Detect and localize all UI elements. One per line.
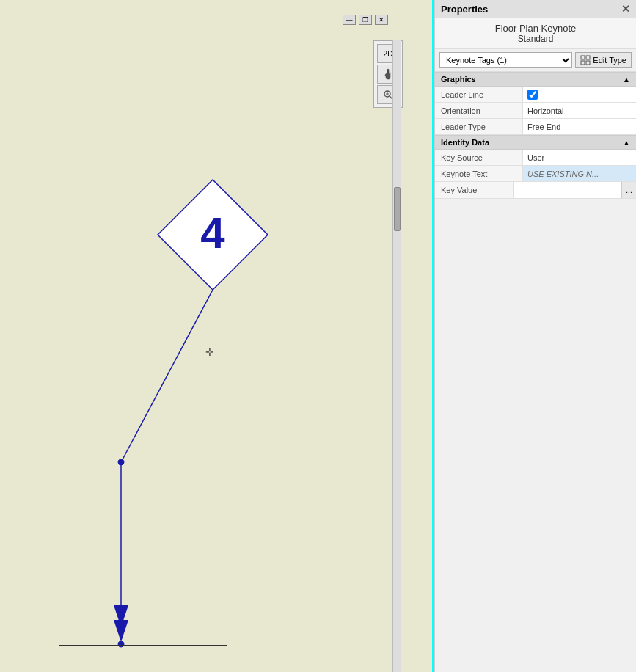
keynote-text-row: Keynote Text USE EXISTING N... [435, 166, 636, 182]
panel-titlebar: Properties ✕ [435, 0, 636, 18]
orientation-row: Orientation Horizontal [435, 103, 636, 119]
orientation-value: Horizontal [523, 103, 636, 118]
key-value-input[interactable] [514, 183, 621, 197]
key-source-row: Key Source User [435, 150, 636, 166]
leader-arrow2 [114, 620, 128, 642]
drawing-svg: 4 ✛ [0, 0, 425, 672]
leader-line-checkbox[interactable] [527, 90, 538, 100]
leader-line-row: Leader Line [435, 87, 636, 103]
leader-line-value [523, 87, 636, 102]
move-cursor: ✛ [205, 346, 214, 358]
leader-type-value: Free End [523, 119, 636, 134]
keynote-tags-dropdown[interactable]: Keynote Tags (1) [439, 52, 572, 68]
leader-type-label: Leader Type [435, 119, 523, 134]
identity-data-collapse-icon: ▲ [623, 139, 630, 147]
panel-type-row: Floor Plan Keynote Standard [435, 18, 636, 49]
identity-data-label: Identity Data [441, 138, 489, 147]
identity-data-section-header[interactable]: Identity Data ▲ [435, 135, 636, 150]
canvas-area: — ❐ ✕ 2D [0, 0, 434, 672]
svg-rect-5 [581, 56, 585, 59]
key-value-row: Key Value ... [435, 182, 636, 199]
svg-rect-6 [586, 56, 590, 59]
leader-line-label: Leader Line [435, 87, 523, 102]
keynote-text-value[interactable]: USE EXISTING N... [523, 166, 636, 181]
svg-rect-8 [586, 61, 590, 65]
key-value-value: ... [514, 182, 636, 198]
canvas-inner: — ❐ ✕ 2D [0, 0, 432, 672]
key-value-label: Key Value [435, 182, 514, 198]
edit-type-label: Edit Type [593, 56, 626, 65]
graphics-collapse-icon: ▲ [623, 76, 630, 84]
leader-line-upper [121, 290, 213, 462]
keynote-number: 4 [200, 208, 225, 258]
key-source-value: User [523, 150, 636, 165]
graphics-label: Graphics [441, 75, 476, 84]
properties-panel: Properties ✕ Floor Plan Keynote Standard… [434, 0, 636, 672]
panel-content: Graphics ▲ Leader Line Orientation Horiz… [435, 72, 636, 672]
edit-type-icon [580, 55, 591, 65]
orientation-label: Orientation [435, 103, 523, 118]
type-subname: Standard [441, 34, 630, 44]
type-name: Floor Plan Keynote [441, 23, 630, 34]
keynote-text-display: USE EXISTING N... [527, 169, 599, 178]
svg-rect-7 [581, 61, 585, 65]
leader-type-row: Leader Type Free End [435, 119, 636, 135]
key-source-label: Key Source [435, 150, 523, 165]
panel-close-button[interactable]: ✕ [621, 3, 630, 15]
graphics-section-header[interactable]: Graphics ▲ [435, 72, 636, 87]
key-value-browse-button[interactable]: ... [621, 182, 636, 198]
panel-title: Properties [441, 4, 488, 15]
keynote-text-label: Keynote Text [435, 166, 523, 181]
edit-type-button[interactable]: Edit Type [575, 52, 632, 68]
panel-selector-row: Keynote Tags (1) Edit Type [435, 49, 636, 72]
